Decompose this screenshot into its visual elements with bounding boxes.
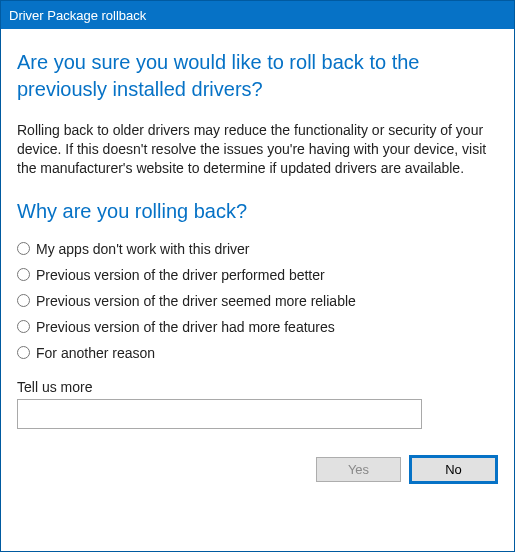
dialog-window: Driver Package rollback Are you sure you… <box>0 0 515 552</box>
titlebar: Driver Package rollback <box>1 1 514 29</box>
radio-apps-dont-work[interactable] <box>17 242 30 255</box>
option-label: For another reason <box>36 345 155 361</box>
option-label: Previous version of the driver performed… <box>36 267 325 283</box>
option-label: My apps don't work with this driver <box>36 241 250 257</box>
main-heading: Are you sure you would like to roll back… <box>17 49 498 103</box>
radio-performed-better[interactable] <box>17 268 30 281</box>
option-label: Previous version of the driver seemed mo… <box>36 293 356 309</box>
option-performed-better[interactable]: Previous version of the driver performed… <box>17 267 498 283</box>
option-more-reliable[interactable]: Previous version of the driver seemed mo… <box>17 293 498 309</box>
option-apps-dont-work[interactable]: My apps don't work with this driver <box>17 241 498 257</box>
body-text: Rolling back to older drivers may reduce… <box>17 121 498 178</box>
window-title: Driver Package rollback <box>9 8 146 23</box>
button-row: Yes No <box>17 457 498 482</box>
yes-button[interactable]: Yes <box>316 457 401 482</box>
option-label: Previous version of the driver had more … <box>36 319 335 335</box>
tellmore-input[interactable] <box>17 399 422 429</box>
dialog-content: Are you sure you would like to roll back… <box>1 29 514 494</box>
tellmore-label: Tell us more <box>17 379 498 395</box>
option-more-features[interactable]: Previous version of the driver had more … <box>17 319 498 335</box>
sub-heading: Why are you rolling back? <box>17 200 498 223</box>
option-another-reason[interactable]: For another reason <box>17 345 498 361</box>
options-group: My apps don't work with this driver Prev… <box>17 241 498 361</box>
radio-more-reliable[interactable] <box>17 294 30 307</box>
radio-more-features[interactable] <box>17 320 30 333</box>
radio-another-reason[interactable] <box>17 346 30 359</box>
no-button[interactable]: No <box>411 457 496 482</box>
